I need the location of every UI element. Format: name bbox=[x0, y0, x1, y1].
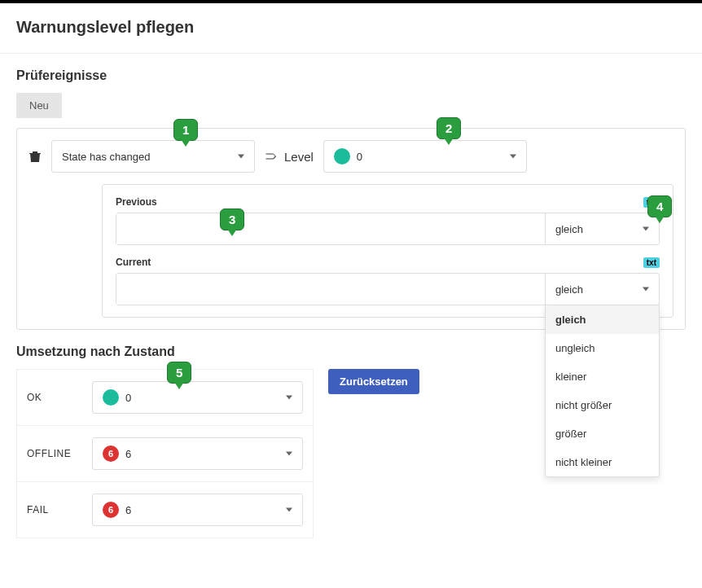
current-label: Current bbox=[116, 257, 151, 268]
previous-label: Previous bbox=[116, 196, 157, 208]
state-row-ok: OK 0 bbox=[17, 370, 313, 426]
current-value-input[interactable] bbox=[116, 274, 545, 305]
operator-option[interactable]: größer bbox=[546, 419, 659, 448]
condition-card: Previous txt gleich Current txt bbox=[102, 184, 673, 318]
current-operator-dropdown[interactable]: gleich gleich ungleich kleiner nicht grö… bbox=[545, 274, 659, 305]
level-arrow-label: Level bbox=[265, 150, 314, 164]
level-color-dot: 6 bbox=[103, 445, 119, 462]
operator-option[interactable]: gleich bbox=[546, 305, 659, 334]
state-label: OK bbox=[27, 392, 92, 403]
arrow-icon bbox=[265, 151, 279, 162]
callout-3: 3 bbox=[220, 208, 244, 230]
state-table: OK 0 OFFLINE 6 6 FAIL 6 bbox=[16, 369, 314, 538]
level-label: Level bbox=[284, 150, 314, 164]
event-type-value: State has changed bbox=[62, 151, 150, 163]
state-row-offline: OFFLINE 6 6 bbox=[17, 426, 313, 482]
operator-option[interactable]: ungleich bbox=[546, 334, 659, 362]
operator-dropdown-menu: gleich ungleich kleiner nicht größer grö… bbox=[545, 305, 660, 477]
callout-5: 5 bbox=[167, 362, 191, 384]
state-level-dropdown[interactable]: 6 6 bbox=[92, 437, 303, 470]
state-row-fail: FAIL 6 6 bbox=[17, 482, 313, 538]
operator-option[interactable]: kleiner bbox=[546, 362, 659, 391]
state-label: FAIL bbox=[27, 504, 92, 516]
callout-4: 4 bbox=[647, 195, 672, 217]
event-card: State has changed Level 0 Previous txt bbox=[16, 128, 686, 330]
previous-operator-value: gleich bbox=[555, 223, 583, 235]
level-color-dot bbox=[334, 148, 350, 165]
new-event-button[interactable]: Neu bbox=[16, 93, 62, 118]
state-level-dropdown[interactable]: 6 6 bbox=[92, 494, 303, 526]
state-level-value: 6 bbox=[125, 504, 131, 516]
level-color-dot bbox=[103, 389, 119, 406]
level-value: 0 bbox=[357, 151, 362, 163]
callout-2: 2 bbox=[437, 117, 461, 139]
previous-value-input[interactable] bbox=[116, 213, 545, 244]
trash-icon[interactable] bbox=[29, 150, 42, 163]
current-type-badge: txt bbox=[643, 257, 660, 268]
level-dropdown[interactable]: 0 bbox=[323, 140, 527, 173]
state-label: OFFLINE bbox=[27, 448, 92, 459]
callout-1: 1 bbox=[173, 119, 198, 141]
operator-option[interactable]: nicht kleiner bbox=[546, 448, 659, 476]
level-color-dot: 6 bbox=[103, 502, 119, 518]
operator-option[interactable]: nicht größer bbox=[546, 391, 659, 419]
reset-button[interactable]: Zurücksetzen bbox=[328, 369, 419, 394]
page-title: Warnungslevel pflegen bbox=[16, 18, 686, 37]
state-level-value: 6 bbox=[125, 448, 131, 460]
state-level-dropdown[interactable]: 0 bbox=[92, 381, 303, 414]
previous-operator-dropdown[interactable]: gleich bbox=[545, 213, 659, 244]
event-type-dropdown[interactable]: State has changed bbox=[51, 140, 255, 173]
events-heading: Prüfereignisse bbox=[16, 68, 686, 83]
divider bbox=[0, 53, 702, 54]
current-operator-value: gleich bbox=[555, 283, 583, 296]
state-level-value: 0 bbox=[125, 392, 131, 404]
